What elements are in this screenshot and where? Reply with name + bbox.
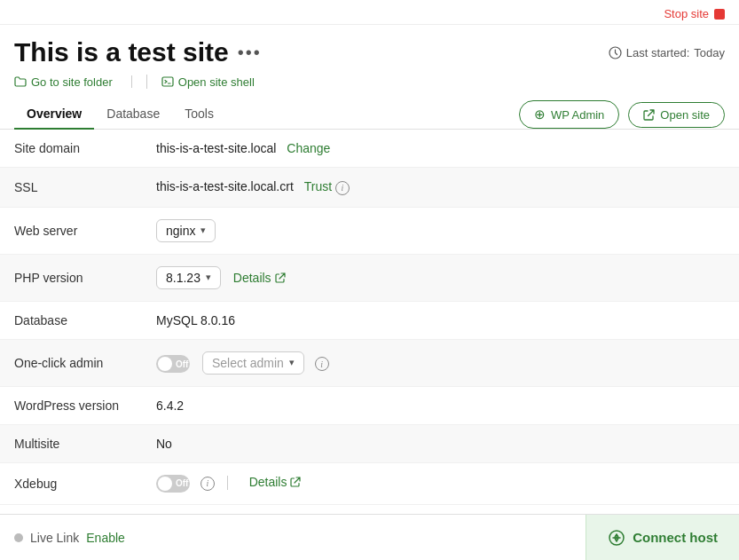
external-link-small-icon <box>290 477 301 487</box>
open-site-label: Open site <box>660 108 710 122</box>
field-label-php-version: PHP version <box>0 254 142 301</box>
field-value-php-version: 8.1.23 ▾ Details <box>142 254 739 301</box>
title-meta-row: This is a test site ••• Last started: To… <box>14 37 725 67</box>
divider <box>227 476 228 490</box>
field-value-one-click-admin: Off Select admin ▾ i <box>142 339 739 386</box>
chevron-down-icon: ▾ <box>206 272 211 283</box>
field-label-one-click-admin: One-click admin <box>0 339 142 386</box>
ssl-info-icon[interactable]: i <box>335 181 350 195</box>
go-to-folder-label: Go to site folder <box>31 75 113 89</box>
one-click-admin-toggle[interactable]: Off <box>156 355 190 373</box>
table-row: WordPress version 6.4.2 <box>0 386 739 424</box>
toggle-knob <box>158 477 172 491</box>
last-started-value: Today <box>694 46 725 59</box>
trust-link[interactable]: Trust <box>304 179 332 193</box>
field-value-ssl: this-is-a-test-site.local.crt Trust i <box>142 168 739 208</box>
chevron-down-icon: ▾ <box>200 225 206 236</box>
divider <box>146 75 147 89</box>
bottom-bar: Live Link Enable Connect host <box>0 514 739 560</box>
field-label-web-server: Web server <box>0 207 142 254</box>
tab-database[interactable]: Database <box>94 99 172 130</box>
open-site-button[interactable]: Open site <box>628 102 725 128</box>
wp-admin-label: WP Admin <box>551 108 604 122</box>
live-link-label: Live Link <box>30 531 79 545</box>
web-server-dropdown[interactable]: nginx ▾ <box>156 219 216 242</box>
last-started-label: Last started: <box>626 46 690 59</box>
table-row: Site domain this-is-a-test-site.local Ch… <box>0 130 739 168</box>
tabs-row: Overview Database Tools ⊕ WP Admin Open … <box>0 99 739 130</box>
field-label-ssl: SSL <box>0 168 142 208</box>
connect-host-label: Connect host <box>633 530 718 545</box>
tab-actions: ⊕ WP Admin Open site <box>519 100 725 129</box>
select-admin-dropdown[interactable]: Select admin ▾ <box>202 351 304 375</box>
table-row: PHP version 8.1.23 ▾ Details <box>0 254 739 301</box>
field-label-site-domain: Site domain <box>0 130 142 168</box>
php-version-dropdown[interactable]: 8.1.23 ▾ <box>156 266 221 289</box>
live-link-area: Live Link Enable <box>14 531 125 545</box>
table-row: Web server nginx ▾ <box>0 207 739 254</box>
field-label-xdebug: Xdebug <box>0 462 142 504</box>
tab-tools[interactable]: Tools <box>172 99 226 130</box>
top-bar: Stop site <box>0 0 739 25</box>
field-label-database: Database <box>0 301 142 339</box>
xdebug-info-icon[interactable]: i <box>200 477 215 491</box>
field-value-database: MySQL 8.0.16 <box>142 301 739 339</box>
fields-table: Site domain this-is-a-test-site.local Ch… <box>0 130 739 505</box>
field-value-wp-version: 6.4.2 <box>142 386 739 424</box>
more-options-button[interactable]: ••• <box>238 43 262 63</box>
field-label-wp-version: WordPress version <box>0 386 142 424</box>
site-title: This is a test site <box>14 37 229 67</box>
table-row: One-click admin Off Select admin ▾ i <box>0 339 739 386</box>
quick-actions: Go to site folder Open site shell <box>14 75 725 89</box>
one-click-admin-info-icon[interactable]: i <box>315 357 329 371</box>
table-row: SSL this-is-a-test-site.local.crt Trust … <box>0 168 739 208</box>
xdebug-toggle[interactable]: Off <box>156 475 190 493</box>
site-title-row: This is a test site ••• <box>14 37 262 67</box>
terminal-icon <box>161 75 174 88</box>
field-label-multisite: Multisite <box>0 424 142 462</box>
stop-site-label: Stop site <box>664 7 709 20</box>
toggle-knob <box>158 357 172 371</box>
clock-icon <box>609 46 622 59</box>
table-row: Multisite No <box>0 424 739 462</box>
change-domain-link[interactable]: Change <box>287 141 330 155</box>
wp-icon: ⊕ <box>534 106 546 122</box>
connect-host-button[interactable]: Connect host <box>586 515 739 561</box>
open-shell-label: Open site shell <box>178 75 255 89</box>
go-to-folder-button[interactable]: Go to site folder <box>14 75 132 89</box>
folder-icon <box>14 75 27 88</box>
connect-host-icon <box>608 529 625 547</box>
enable-live-link[interactable]: Enable <box>86 531 125 545</box>
field-value-multisite: No <box>142 424 739 462</box>
field-value-xdebug: Off i Details <box>142 462 739 504</box>
external-link-icon <box>643 109 655 121</box>
table-row: Xdebug Off i Details <box>0 462 739 504</box>
field-value-site-domain: this-is-a-test-site.local Change <box>142 130 739 168</box>
live-dot <box>14 533 23 542</box>
tab-overview[interactable]: Overview <box>14 99 94 130</box>
stop-site-button[interactable]: Stop site <box>664 7 725 20</box>
php-details-link[interactable]: Details <box>233 271 286 285</box>
stop-icon <box>714 9 725 20</box>
xdebug-details-link[interactable]: Details <box>249 475 302 489</box>
title-area: This is a test site ••• Last started: To… <box>0 25 739 89</box>
field-value-web-server: nginx ▾ <box>142 207 739 254</box>
external-link-small-icon <box>275 272 286 283</box>
last-started: Last started: Today <box>609 46 725 59</box>
wp-admin-button[interactable]: ⊕ WP Admin <box>519 100 619 129</box>
chevron-down-icon: ▾ <box>289 357 295 368</box>
tabs-left: Overview Database Tools <box>14 99 226 129</box>
table-row: Database MySQL 8.0.16 <box>0 301 739 339</box>
open-shell-button[interactable]: Open site shell <box>161 75 255 89</box>
